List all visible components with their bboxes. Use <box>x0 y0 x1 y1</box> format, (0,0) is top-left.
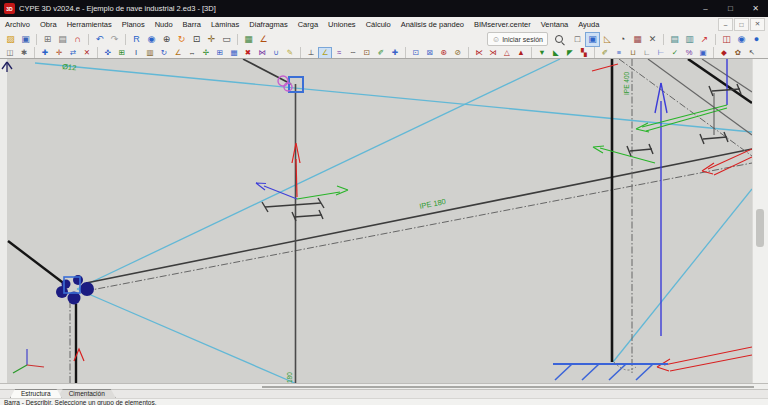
beam-ipe180[interactable] <box>86 149 752 291</box>
load-folder-icon[interactable]: ⊔ <box>626 47 640 59</box>
axis-local-icon[interactable]: ⊥ <box>304 47 318 59</box>
node-cluster[interactable] <box>8 241 94 384</box>
node-move-icon[interactable]: ✛ <box>52 47 66 59</box>
undo-icon[interactable]: ↶ <box>92 32 107 47</box>
tie-corner2-icon[interactable]: ◤ <box>563 47 577 59</box>
node-delete-icon[interactable]: ✕ <box>80 47 94 59</box>
bar-grow-icon[interactable]: ✚ <box>388 47 402 59</box>
redo-icon[interactable]: ↷ <box>107 32 122 47</box>
bar-grid-icon[interactable]: ⊞ <box>213 47 227 59</box>
web-help-icon[interactable]: ◉ <box>734 32 749 47</box>
zoom-in-icon[interactable]: ⊕ <box>159 32 174 47</box>
bim-building-icon[interactable]: ◫ <box>719 32 734 47</box>
paint-loads-icon[interactable]: ✐ <box>598 47 612 59</box>
axis-dashed-icon[interactable]: ┄ <box>346 47 360 59</box>
print-drawing-icon[interactable]: ▤ <box>55 32 70 47</box>
support-symbol[interactable] <box>553 364 668 380</box>
menu-planos[interactable]: Planos <box>117 17 150 31</box>
menu-bimserver-center[interactable]: BIMserver.center <box>469 17 536 31</box>
menu-archivo[interactable]: Archivo <box>0 17 35 31</box>
full-screen-icon[interactable]: ▭ <box>219 32 234 47</box>
bar-describe-icon[interactable]: I <box>129 47 143 59</box>
window-3d-icon[interactable]: ◫ <box>3 47 17 59</box>
menu-c-lculo[interactable]: Cálculo <box>361 17 396 31</box>
menu-obra[interactable]: Obra <box>35 17 62 31</box>
mdi-minimize-button[interactable]: – <box>718 18 733 31</box>
bar-rotate-icon[interactable]: ↻ <box>157 47 171 59</box>
zoom-window-icon[interactable]: ⊡ <box>189 32 204 47</box>
menu-l-minas[interactable]: Láminas <box>206 17 244 31</box>
menu-barra[interactable]: Barra <box>178 17 206 31</box>
dim-line-icon[interactable]: ⊢ <box>654 47 668 59</box>
menu-herramientas[interactable]: Herramientas <box>62 17 117 31</box>
open-project-icon[interactable]: ▨ <box>3 32 18 47</box>
flange-right-icon[interactable]: ⋊ <box>486 47 500 59</box>
zoom-extents-icon[interactable]: ◉ <box>144 32 159 47</box>
bar-join-icon[interactable]: ∪ <box>269 47 283 59</box>
load-list-icon[interactable]: ≡ <box>612 47 626 59</box>
report-memo-icon[interactable]: ◆ <box>717 47 731 59</box>
mdi-close-button[interactable]: ✕ <box>750 18 765 31</box>
bar-material-icon[interactable]: ▥ <box>143 47 157 59</box>
snap-magnet-icon[interactable]: ∩ <box>70 32 85 47</box>
send-back-icon[interactable]: ↖ <box>745 47 759 59</box>
close-button[interactable]: ✕ <box>743 0 768 17</box>
group-elements-icon[interactable]: ⊛ <box>437 47 451 59</box>
stiffener-icon[interactable]: △ <box>500 47 514 59</box>
bar-length-icon[interactable]: ↔ <box>185 47 199 59</box>
section-view-icon[interactable]: ⊡ <box>360 47 374 59</box>
usage-percent-icon[interactable]: % <box>682 47 696 59</box>
profile-copy-icon[interactable]: ≈ <box>332 47 346 59</box>
frame-view-icon[interactable]: ▣ <box>696 47 710 59</box>
menu-nudo[interactable]: Nudo <box>150 17 178 31</box>
export-dwg-icon[interactable]: ⊘ <box>451 47 465 59</box>
flower-mark-icon[interactable]: ✿ <box>731 47 745 59</box>
menu-ventana[interactable]: Ventana <box>536 17 574 31</box>
view-tools-icon[interactable]: ✕ <box>645 32 660 47</box>
print-plans-icon[interactable]: ▥ <box>682 32 697 47</box>
weld-icon[interactable]: ▲ <box>514 47 528 59</box>
column-center[interactable] <box>243 59 296 384</box>
bar-move-icon[interactable]: ✜ <box>101 47 115 59</box>
bar-edit-icon[interactable]: ✎ <box>283 47 297 59</box>
menu-ayuda[interactable]: Ayuda <box>573 17 604 31</box>
measure-angle-icon[interactable]: ∠ <box>256 32 271 47</box>
menu-diafragmas[interactable]: Diafragmas <box>244 17 292 31</box>
web-cype-icon[interactable]: ● <box>749 32 764 47</box>
print-report-icon[interactable]: ▤ <box>667 32 682 47</box>
horizontal-scrollbar-thumb[interactable] <box>262 386 754 388</box>
roof-diagonals[interactable] <box>619 59 752 156</box>
export-icon[interactable]: ↗ <box>697 32 712 47</box>
save-icon[interactable]: ▣ <box>18 32 33 47</box>
select-crossing-icon[interactable]: ⊠ <box>423 47 437 59</box>
view-options-icon[interactable]: ✱ <box>17 47 31 59</box>
menu-an-lisis-de-pandeo[interactable]: Análisis de pandeo <box>396 17 469 31</box>
minimize-button[interactable]: – <box>693 0 718 17</box>
menu-carga[interactable]: Carga <box>293 17 323 31</box>
bar-axes-icon[interactable]: ✢ <box>199 47 213 59</box>
maximize-button[interactable]: □ <box>718 0 743 17</box>
material-paint-icon[interactable]: ✐ <box>374 47 388 59</box>
menu-uniones[interactable]: Uniones <box>323 17 361 31</box>
refresh-view-icon[interactable]: ↻ <box>174 32 189 47</box>
tie-pattern-icon[interactable]: ▚ <box>577 47 591 59</box>
bar-delete-icon[interactable]: ✖ <box>241 47 255 59</box>
login-button[interactable]: ☺ Iniciar sesión <box>487 32 548 46</box>
capture-image-icon[interactable]: ▦ <box>241 32 256 47</box>
bar-table-icon[interactable]: ▦ <box>227 47 241 59</box>
view-frame-icon[interactable]: □ <box>570 32 585 47</box>
pan-icon[interactable]: ✛ <box>204 32 219 47</box>
bar-angle-icon[interactable]: ∠ <box>171 47 185 59</box>
tie-down-icon[interactable]: ▼ <box>535 47 549 59</box>
bar-split-icon[interactable]: ⋈ <box>255 47 269 59</box>
redraw-icon[interactable]: R <box>129 32 144 47</box>
node-link-icon[interactable]: ⇄ <box>66 47 80 59</box>
tab-estructura[interactable]: Estructura <box>10 389 62 398</box>
print-preview-icon[interactable]: ⊞ <box>40 32 55 47</box>
vertical-scrollbar-thumb[interactable] <box>756 209 764 247</box>
node-new-icon[interactable]: ✚ <box>38 47 52 59</box>
view-render-icon[interactable]: ▣ <box>585 32 600 47</box>
view-ruler-icon[interactable]: ◺ <box>600 32 615 47</box>
dim-angle-icon[interactable]: ∟ <box>640 47 654 59</box>
mdi-restore-button[interactable]: □ <box>734 18 749 31</box>
